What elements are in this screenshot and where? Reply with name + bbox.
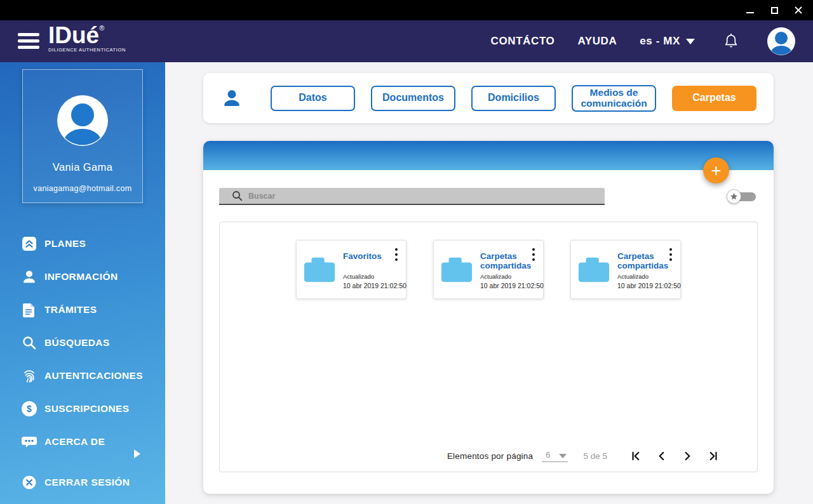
person-section-icon [223,89,241,108]
page-range-label: 5 de 5 [583,451,607,461]
tab-carpetas[interactable]: Carpetas [672,86,756,111]
search-icon [21,335,37,351]
folder-card-favoritos[interactable]: Favoritos Actualizado 10 abr 2019 21:02:… [296,240,406,299]
plans-icon [21,235,37,252]
folder-search-box [219,188,605,205]
folders-list-container: Favoritos Actualizado 10 abr 2019 21:02:… [219,222,758,472]
add-folder-button[interactable]: + [703,157,729,183]
profile-avatar [57,95,108,146]
sidebar-item-label: ACERCA DE [44,436,105,448]
search-icon [232,190,243,201]
favorites-filter-toggle[interactable] [727,189,756,204]
sidebar-item-label: AUTENTICACIONES [44,370,143,381]
folder-updated-label: Actualizado [617,273,676,280]
sidebar-item-label: PLANES [44,238,86,249]
tab-documentos[interactable]: Documentos [371,86,455,111]
close-icon[interactable] [794,6,803,15]
notifications-bell-icon[interactable] [724,33,738,50]
folder-updated-label: Actualizado [343,273,401,280]
sidebar: Vania Gama vaniagamag@hotmail.com PLANES… [0,62,165,504]
section-tabbar: Datos Documentos Domicilios Medios de co… [203,73,774,123]
chevron-down-icon [686,39,695,44]
last-page-icon[interactable] [707,449,720,463]
sidebar-item-autenticaciones[interactable]: AUTENTICACIONES [0,359,165,392]
sidebar-item-cerrar-sesion[interactable]: CERRAR SESIÓN [0,466,165,499]
sidebar-item-busquedas[interactable]: BÚSQUEDAS [0,326,165,359]
submenu-expand-icon[interactable] [134,449,140,458]
folder-updated-label: Actualizado [480,273,539,280]
sidebar-item-tramites[interactable]: TRÁMITES [0,293,165,326]
brand-name: IDué [48,22,99,48]
folder-menu-icon[interactable] [668,246,674,265]
sidebar-item-label: TRÁMITES [44,304,97,315]
sidebar-item-informacion[interactable]: INFORMACIÓN [0,260,165,293]
language-value: es - MX [640,35,680,48]
nav-help-link[interactable]: AYUDA [577,35,617,48]
window-controls [746,0,803,20]
app-header: IDué® DILIGENCE AUTHENTICATION CONTÁCTO … [0,20,813,62]
chat-icon [21,434,37,450]
tab-datos[interactable]: Datos [271,86,355,111]
main-content: Datos Documentos Domicilios Medios de co… [165,62,813,504]
items-per-page-label: Elementos por página [447,451,533,461]
language-selector[interactable]: es - MX [640,35,695,48]
folder-updated-date: 10 abr 2019 21:02:50 [480,282,539,289]
folders-panel: + [203,141,774,494]
logout-icon [21,474,37,491]
profile-card: Vania Gama vaniagamag@hotmail.com [22,69,143,203]
tab-buttons: Datos Documentos Domicilios Medios de co… [271,85,756,112]
profile-name: Vania Gama [23,161,142,173]
profile-email: vaniagamag@hotmail.com [23,184,142,193]
panel-header-bar [203,141,774,170]
folder-menu-icon[interactable] [530,246,537,265]
next-page-icon[interactable] [681,449,694,463]
maximize-icon[interactable] [770,6,779,15]
sidebar-item-suscripciones[interactable]: $ SUSCRIPCIONES [0,392,165,425]
tab-domicilios[interactable]: Domicilios [471,86,556,111]
dollar-icon: $ [21,401,37,417]
person-icon [21,269,37,285]
items-per-page-select[interactable]: 6 [542,450,568,462]
sidebar-item-acerca-de[interactable]: ACERCA DE [0,425,165,458]
sidebar-item-label: BÚSQUEDAS [44,337,110,348]
sidebar-item-planes[interactable]: PLANES [0,227,165,260]
previous-page-icon[interactable] [655,449,668,463]
folder-icon [440,255,474,284]
minimize-icon[interactable] [746,6,755,15]
app-logo: IDué® DILIGENCE AUTHENTICATION [48,23,126,53]
search-input[interactable] [248,192,605,201]
fingerprint-icon [21,368,37,384]
document-icon [21,302,37,318]
chevron-down-icon [559,454,567,458]
folder-icon [302,255,337,284]
hamburger-menu-icon[interactable] [18,33,39,52]
sidebar-menu: PLANES INFORMACIÓN TRÁMITES [0,227,165,499]
pagination: Elementos por página 6 5 de 5 [447,449,720,463]
brand-tagline: DILIGENCE AUTHENTICATION [48,47,126,53]
items-per-page-value: 6 [546,450,550,460]
folder-cards-row: Favoritos Actualizado 10 abr 2019 21:02:… [220,222,757,299]
sidebar-item-label: CERRAR SESIÓN [44,477,130,488]
header-nav: CONTÁCTO AYUDA es - MX [491,20,795,62]
folder-card-compartidas-1[interactable]: Carpetas compartidas Actualizado 10 abr … [433,240,544,299]
registered-mark: ® [99,24,104,32]
pagination-nav [629,449,720,463]
folder-menu-icon[interactable] [393,246,400,265]
folder-updated-date: 10 abr 2019 21:02:50 [617,282,676,289]
sidebar-item-label: INFORMACIÓN [44,271,118,282]
tab-medios-de-comunicacion[interactable]: Medios de comunicación [572,85,656,112]
user-avatar[interactable] [767,27,795,55]
os-titlebar [0,0,813,20]
dollar-glyph: $ [27,404,32,414]
folder-card-compartidas-2[interactable]: Carpetas compartidas Actualizado 10 abr … [570,240,681,299]
folder-updated-date: 10 abr 2019 21:02:50 [343,282,401,289]
nav-contact-link[interactable]: CONTÁCTO [491,35,555,48]
star-icon [727,189,741,204]
sidebar-item-label: SUSCRIPCIONES [44,403,130,414]
first-page-icon[interactable] [629,449,642,463]
folder-icon [577,255,611,284]
